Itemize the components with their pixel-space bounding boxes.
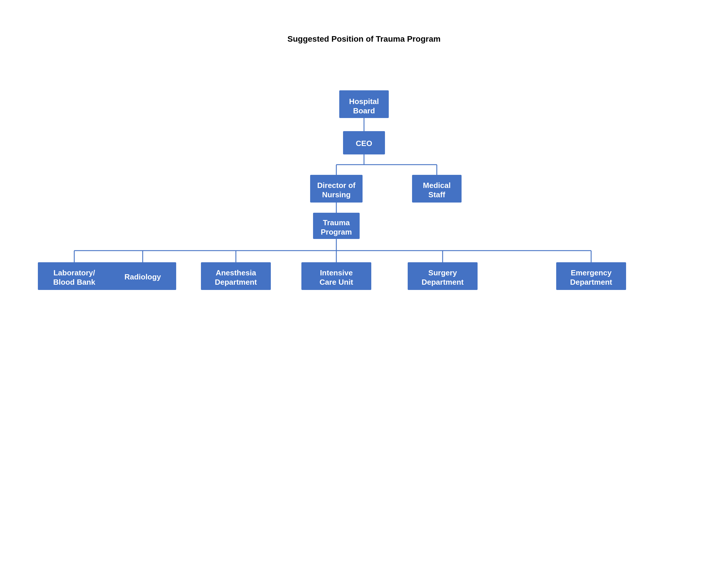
laboratory-label: Laboratory/ — [53, 268, 95, 277]
icu-label: Intensive — [320, 268, 353, 277]
medical-staff-label2: Staff — [428, 190, 445, 199]
surgery-label: Surgery — [428, 268, 457, 277]
director-nursing-label2: Nursing — [322, 190, 351, 199]
laboratory-label2: Blood Bank — [53, 278, 96, 287]
trauma-program-label: Trauma — [323, 218, 350, 227]
emergency-label2: Department — [570, 278, 612, 287]
icu-label2: Care Unit — [319, 278, 353, 287]
hospital-board-label: Hospital — [349, 97, 379, 106]
anesthesia-label: Anesthesia — [216, 268, 256, 277]
surgery-label2: Department — [422, 278, 464, 287]
hospital-board-label2: Board — [353, 106, 375, 115]
radiology-label: Radiology — [124, 272, 161, 281]
anesthesia-label2: Department — [215, 278, 257, 287]
ceo-label: CEO — [356, 139, 372, 148]
director-nursing-label: Director of — [317, 181, 356, 190]
medical-staff-label: Medical — [423, 181, 450, 190]
emergency-label: Emergency — [571, 268, 612, 277]
trauma-program-label2: Program — [321, 227, 352, 236]
org-chart: .line { stroke: #4472C4; stroke-width: 3… — [0, 0, 728, 563]
